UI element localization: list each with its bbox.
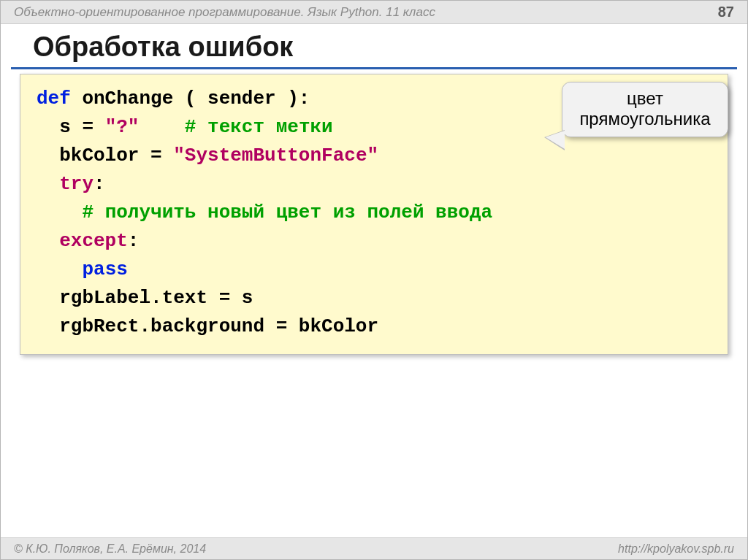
code-comment: # получить новый цвет из полей ввода [82,202,492,223]
code-text: onChange ( sender ): [71,88,310,110]
footer-bar: © К.Ю. Поляков, Е.А. Ерёмин, 2014 http:/… [1,537,747,559]
header-bar: Объектно-ориентированное программировани… [1,1,747,24]
code-text [139,116,184,138]
footer-copyright: © К.Ю. Поляков, Е.А. Ерёмин, 2014 [14,542,206,556]
code-text: bkColor = [37,145,173,166]
kw-try: try [37,173,94,195]
code-string: "SystemButtonFace" [173,145,378,166]
code-text: rgbRect.background = bkColor [37,315,378,337]
code-text [37,202,82,223]
kw-pass: pass [82,258,127,280]
footer-url: http://kpolyakov.spb.ru [618,542,734,556]
code-comment: # текст метки [185,116,333,138]
code-text [37,258,82,280]
code-text: : [94,173,105,195]
callout-line1: цвет [570,88,720,109]
course-title: Объектно-ориентированное программировани… [14,5,435,20]
page-number: 87 [718,4,734,20]
callout-line2: прямоугольника [570,109,720,129]
slide: Объектно-ориентированное программировани… [0,0,748,560]
callout: цвет прямоугольника [562,82,728,137]
kw-def: def [37,88,71,110]
code-text: : [128,230,140,252]
code-string: "?" [105,116,140,138]
page-title: Обработка ошибок [11,24,737,69]
code-text: s = [37,116,105,138]
code-text: rgbLabel.text = s [37,287,253,309]
kw-except: except [37,230,128,252]
